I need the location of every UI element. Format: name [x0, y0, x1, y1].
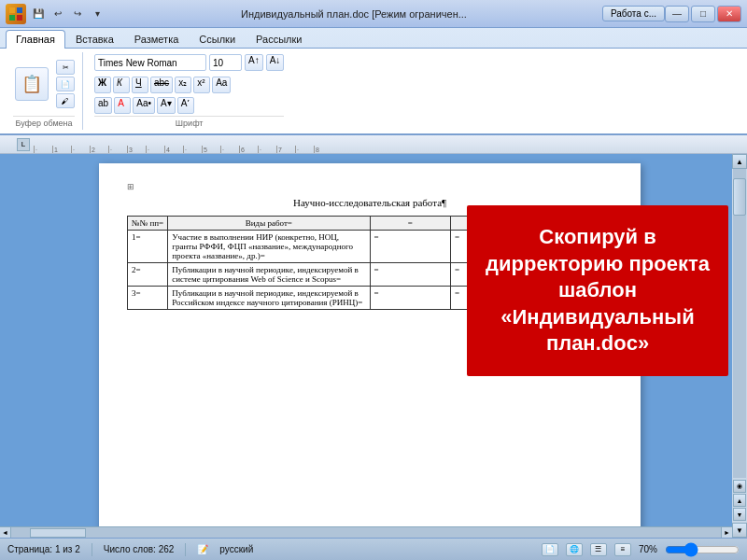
red-popup: Скопируй в дирректорию проекта шаблон «И…	[467, 205, 728, 376]
title-text: Индивидуальный план.doc [Режим ограничен…	[106, 8, 602, 20]
ruler-mark-7: 4	[164, 146, 183, 153]
font-color-button[interactable]: A	[114, 97, 131, 114]
font-label: Шрифт	[94, 116, 284, 128]
ruler-mark-6: ·	[146, 146, 164, 153]
ruler-mark-11: 6	[239, 146, 258, 153]
ruler-mark-10: ·	[220, 146, 239, 153]
zoom-slider[interactable]	[665, 545, 740, 554]
tab-home[interactable]: Главная	[6, 30, 65, 49]
ruler-mark-2: ·	[71, 146, 90, 153]
row1-desc: Участие в выполнении НИР (конкретно, НОЦ…	[168, 231, 370, 263]
redo-quick-btn[interactable]: ↪	[69, 6, 86, 22]
italic-button[interactable]: К	[113, 77, 130, 93]
scroll-left-button[interactable]: ◄	[0, 527, 11, 539]
ribbon-content: 📋 ✂ 📄 🖌 Буфер обмена A↑	[0, 48, 747, 133]
status-bar: Страница: 1 из 2 Число слов: 262 📝 русск…	[0, 538, 747, 560]
ruler-marks: · 1 · 2 · 3 · 4 · 5 · 6 · 7 · 8	[34, 135, 332, 153]
format-painter-button[interactable]: 🖌	[56, 93, 75, 108]
ribbon-tabs: Главная Вставка Разметка Ссылки Рассылки	[0, 28, 747, 48]
dropdown-quick-btn[interactable]: ▾	[89, 6, 106, 22]
col-header-work: Виды работ=	[168, 217, 370, 231]
tab-insert[interactable]: Вставка	[65, 30, 124, 48]
status-right: 📄 🌐 ☰ ≡ 70%	[542, 543, 740, 556]
svg-rect-0	[9, 7, 15, 13]
scroll-next-page[interactable]: ▼	[733, 508, 746, 521]
shrink-font-button[interactable]: A↓	[266, 54, 285, 71]
superscript-button[interactable]: x²	[193, 77, 210, 93]
document-area: ⊞ Научно-исследовательская работа¶ №№ пп…	[0, 154, 747, 538]
strikethrough-button[interactable]: аbc	[150, 77, 173, 93]
aa-button[interactable]: Aa	[212, 77, 231, 93]
scroll-select-btn[interactable]: ◉	[733, 480, 746, 493]
ruler-mark-9: 5	[202, 146, 220, 153]
save-quick-btn[interactable]: 💾	[30, 6, 47, 22]
font-size-input[interactable]	[209, 54, 242, 71]
view-draft-btn[interactable]: ≡	[614, 543, 631, 556]
work-button[interactable]: Работа с...	[602, 6, 665, 21]
grow-font-button[interactable]: A↑	[245, 54, 263, 71]
copy-button[interactable]: 📄	[56, 77, 75, 91]
row1-col3: =	[370, 231, 451, 263]
ruler-mark-5: 3	[127, 146, 146, 153]
close-button[interactable]: ✕	[717, 6, 741, 22]
undo-quick-btn[interactable]: ↩	[49, 6, 66, 22]
col-header-3: =	[370, 217, 451, 231]
case-button[interactable]: Аʼ	[177, 97, 194, 114]
clear-format-button[interactable]: A▾	[157, 97, 176, 114]
scroll-thumb[interactable]	[733, 178, 746, 216]
row2-col3: =	[370, 263, 451, 287]
minimize-button[interactable]: —	[665, 6, 689, 22]
ruler-mark-13: 7	[276, 146, 295, 153]
app-window: 💾 ↩ ↪ ▾ Индивидуальный план.doc [Режим о…	[0, 0, 747, 560]
tab-references[interactable]: Ссылки	[189, 30, 246, 48]
scroll-prev-page[interactable]: ▲	[733, 494, 746, 507]
view-normal-btn[interactable]: 📄	[542, 543, 558, 556]
paste-button[interactable]: 📋	[13, 65, 50, 103]
ruler-mark-14: ·	[295, 146, 314, 153]
aa2-button[interactable]: Аа•	[133, 97, 155, 114]
svg-rect-3	[17, 15, 22, 21]
row3-col3: =	[370, 287, 451, 310]
add-icon: ⊞	[127, 182, 613, 191]
scroll-track	[733, 169, 746, 478]
title-bar-left: 💾 ↩ ↪ ▾	[6, 4, 106, 24]
ruler: L · 1 · 2 · 3 · 4 · 5 · 6 · 7 · 8	[0, 135, 747, 154]
ruler-mark-15: 8	[314, 146, 332, 153]
col-header-num: №№ пп=	[128, 217, 168, 231]
tab-mailings[interactable]: Рассылки	[246, 30, 312, 48]
view-web-btn[interactable]: 🌐	[566, 543, 583, 556]
maximize-button[interactable]: □	[691, 6, 715, 22]
scroll-extra-buttons: ◉ ▲ ▼	[732, 478, 747, 523]
clipboard-label: Буфер обмена	[13, 116, 75, 128]
font-name-input[interactable]	[94, 54, 206, 71]
office-logo[interactable]	[6, 4, 26, 24]
highlight-button[interactable]: ab	[94, 97, 112, 114]
zoom-level: 70%	[639, 544, 657, 554]
bold-button[interactable]: Ж	[94, 77, 111, 93]
window-controls: — □ ✕	[665, 6, 741, 22]
ruler-corner[interactable]: L	[17, 138, 30, 151]
view-outline-btn[interactable]: ☰	[590, 543, 607, 556]
row3-num: 3=	[128, 287, 168, 310]
word-count: Число слов: 262	[104, 544, 175, 554]
row2-num: 2=	[128, 263, 168, 287]
font-name-row: A↑ A↓	[94, 54, 284, 71]
vertical-scrollbar: ▲ ◉ ▲ ▼ ▼	[732, 154, 747, 538]
svg-rect-2	[9, 15, 15, 21]
cut-button[interactable]: ✂	[56, 60, 75, 75]
subscript-button[interactable]: x₂	[175, 77, 191, 93]
paste-icon: 📋	[15, 67, 49, 101]
ruler-mark-3: 2	[90, 146, 108, 153]
scroll-up-button[interactable]: ▲	[732, 154, 747, 169]
h-scroll-thumb[interactable]	[30, 528, 86, 538]
scroll-down-button[interactable]: ▼	[732, 523, 747, 538]
language: русский	[219, 544, 253, 554]
horizontal-scrollbar: ◄ ►	[0, 526, 732, 538]
svg-rect-1	[17, 7, 22, 13]
underline-button[interactable]: Ч	[132, 77, 148, 93]
tab-layout[interactable]: Разметка	[124, 30, 190, 48]
scroll-right-button[interactable]: ►	[721, 527, 732, 539]
ruler-mark-0: ·	[34, 146, 52, 153]
font-format-row: Ж К Ч аbc x₂ x² Aa	[94, 77, 231, 93]
spell-check-icon[interactable]: 📝	[197, 544, 208, 554]
